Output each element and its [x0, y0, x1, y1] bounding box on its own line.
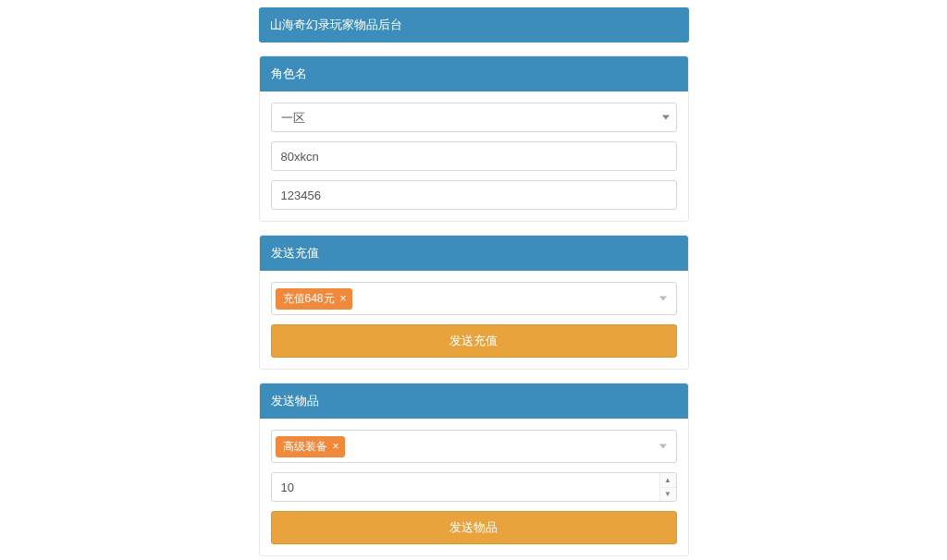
quantity-input[interactable] [271, 472, 677, 502]
send-item-button[interactable]: 发送物品 [271, 511, 677, 544]
main-scroll[interactable]: 山海奇幻录玩家物品后台 角色名 一区 发送充值 [127, 0, 820, 560]
item-tag-remove-icon[interactable]: × [333, 441, 339, 452]
region-select[interactable]: 一区 [271, 103, 677, 132]
item-select[interactable]: 高级装备 × [271, 430, 677, 463]
recharge-tag-remove-icon[interactable]: × [340, 293, 347, 304]
panel-recharge-header: 发送充值 [260, 236, 688, 271]
panel-role-header: 角色名 [260, 56, 688, 91]
recharge-tag-label: 充值648元 [283, 291, 335, 307]
password-input[interactable] [271, 180, 677, 210]
item-tag-label: 高级装备 [283, 439, 327, 455]
app-title: 山海奇幻录玩家物品后台 [259, 7, 689, 43]
panel-send-item: 发送物品 高级装备 × ▲ ▼ [259, 383, 689, 556]
panel-recharge: 发送充值 充值648元 × 发送充值 [259, 235, 689, 370]
username-input[interactable] [271, 141, 677, 171]
panel-role: 角色名 一区 [259, 55, 689, 222]
quantity-down-icon[interactable]: ▼ [660, 488, 676, 502]
item-tag: 高级装备 × [276, 436, 345, 457]
panel-send-item-header: 发送物品 [260, 383, 688, 419]
send-recharge-button[interactable]: 发送充值 [271, 324, 677, 358]
recharge-tag: 充值648元 × [276, 288, 352, 310]
recharge-select[interactable]: 充值648元 × [271, 282, 677, 315]
quantity-up-icon[interactable]: ▲ [660, 473, 676, 488]
